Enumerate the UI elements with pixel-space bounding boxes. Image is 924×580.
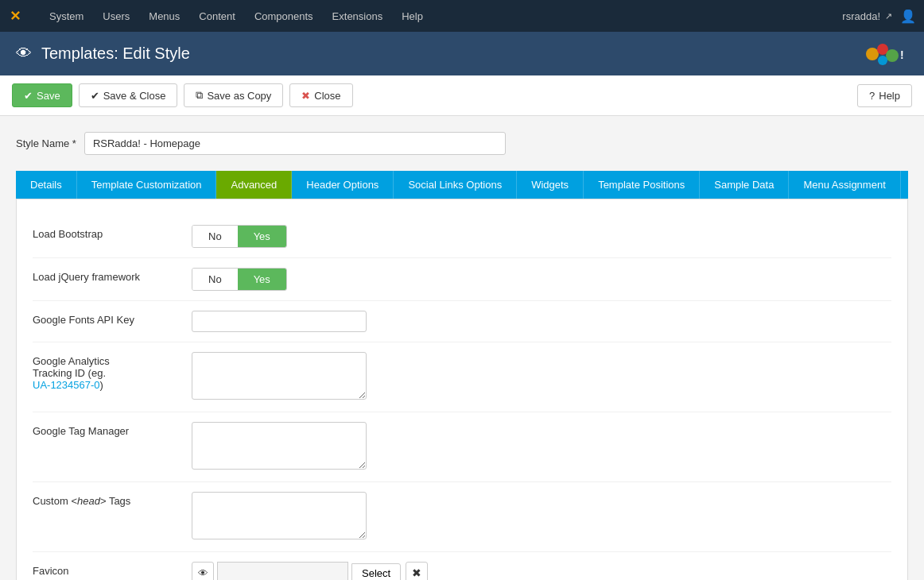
google-tag-manager-label: Google Tag Manager [33,422,192,437]
custom-head-tags-control [192,492,891,542]
favicon-row: Favicon 👁 Select ✖ [33,552,891,580]
google-fonts-control [192,311,891,332]
google-analytics-textarea[interactable] [192,352,367,400]
close-button[interactable]: ✖ Close [289,83,352,107]
topbar-brand: ✕ [8,7,32,25]
help-icon: ? [869,90,875,102]
style-name-label: Style Name * [16,137,76,149]
load-jquery-row: Load jQuery framework No Yes [33,258,891,301]
favicon-clear-button[interactable]: ✖ [406,562,428,580]
style-name-row: Style Name * [16,132,908,155]
custom-head-tags-label: Custom <head> Tags [33,492,192,507]
topbar: ✕ System Users Menus Content Components … [0,0,924,32]
tab-header-options[interactable]: Header Options [292,171,394,199]
check-icon: ✔ [91,90,99,102]
eye-icon: 👁 [16,44,32,63]
svg-point-5 [878,56,887,65]
clear-icon: ✖ [412,566,421,579]
copy-icon: ⧉ [196,89,203,102]
load-jquery-label: Load jQuery framework [33,268,192,283]
topbar-right: rsradda! ↗ 👤 [842,9,916,24]
google-tag-manager-control [192,422,891,472]
favicon-control: 👁 Select ✖ [192,562,891,580]
headerbar-left: 👁 Templates: Edit Style [16,44,190,63]
external-link-icon: ↗ [885,11,892,21]
close-x-icon: ✖ [301,90,310,102]
save-button[interactable]: ✔ Save [12,83,72,107]
nav-components[interactable]: Components [245,0,323,32]
svg-point-4 [886,49,899,62]
load-jquery-yes[interactable]: Yes [238,269,286,290]
svg-text:✕: ✕ [10,9,21,23]
joomla-logo: ! [860,38,908,70]
tab-bar: Details Template Customization Advanced … [16,171,908,199]
topbar-user[interactable]: rsradda! ↗ [842,10,892,22]
load-bootstrap-row: Load Bootstrap No Yes [33,215,891,258]
google-fonts-label: Google Fonts API Key [33,311,192,326]
nav-menus[interactable]: Menus [139,0,189,32]
username-label: rsradda! [842,10,880,22]
tab-menu-assignment[interactable]: Menu Assignment [789,171,900,199]
toolbar-right: ? Help [857,84,912,107]
joomla-logo-svg: ! [860,38,908,70]
svg-text:!: ! [900,48,904,61]
google-fonts-row: Google Fonts API Key [33,301,891,342]
favicon-label: Favicon [33,562,192,577]
tab-advanced[interactable]: Advanced [216,171,292,199]
google-tag-manager-textarea[interactable] [192,422,367,470]
google-analytics-control [192,352,891,402]
google-fonts-input[interactable] [192,311,367,332]
style-name-input[interactable] [84,132,506,155]
help-button[interactable]: ? Help [857,84,912,107]
custom-head-tags-textarea[interactable] [192,492,367,539]
toolbar-left: ✔ Save ✔ Save & Close ⧉ Save as Copy ✖ C… [12,83,353,107]
tab-widgets[interactable]: Widgets [517,171,584,199]
joomla-x-brand-icon: ✕ [8,7,25,25]
google-analytics-label: Google AnalyticsTracking ID (eg.UA-12345… [33,352,192,391]
nav-system[interactable]: System [40,0,93,32]
tab-template-customization[interactable]: Template Customization [77,171,217,199]
custom-head-tags-row: Custom <head> Tags [33,482,891,552]
google-tag-manager-row: Google Tag Manager [33,412,891,482]
form-panel: Load Bootstrap No Yes Load jQuery framew… [16,199,908,580]
tab-template-positions[interactable]: Template Positions [584,171,700,199]
tab-details[interactable]: Details [16,171,77,199]
load-jquery-no[interactable]: No [192,269,238,290]
headerbar: 👁 Templates: Edit Style ! [0,32,924,75]
favicon-select-button[interactable]: Select [351,563,401,581]
save-copy-button[interactable]: ⧉ Save as Copy [184,83,283,107]
eye-preview-icon: 👁 [198,567,208,579]
load-bootstrap-control: No Yes [192,225,891,248]
load-bootstrap-toggle: No Yes [192,225,287,248]
nav-content[interactable]: Content [189,0,245,32]
load-bootstrap-no[interactable]: No [192,226,238,247]
page-title: Templates: Edit Style [41,44,190,63]
load-bootstrap-yes[interactable]: Yes [238,226,286,247]
favicon-preview-button[interactable]: 👁 [192,562,214,580]
svg-point-2 [866,48,879,60]
favicon-path-input[interactable] [217,562,348,580]
nav-help[interactable]: Help [392,0,433,32]
load-jquery-control: No Yes [192,268,891,291]
main-content: Style Name * Details Template Customizat… [0,116,924,580]
tab-sample-data[interactable]: Sample Data [700,171,789,199]
topbar-nav: System Users Menus Content Components Ex… [40,0,842,32]
toolbar: ✔ Save ✔ Save & Close ⧉ Save as Copy ✖ C… [0,75,924,116]
save-close-button[interactable]: ✔ Save & Close [79,83,178,107]
user-icon: 👤 [900,9,916,24]
load-bootstrap-label: Load Bootstrap [33,225,192,240]
load-jquery-toggle: No Yes [192,268,287,291]
nav-extensions[interactable]: Extensions [323,0,393,32]
google-analytics-row: Google AnalyticsTracking ID (eg.UA-12345… [33,342,891,412]
save-icon: ✔ [24,90,33,102]
nav-users[interactable]: Users [93,0,139,32]
tab-social-links-options[interactable]: Social Links Options [394,171,517,199]
favicon-group: 👁 Select ✖ [192,562,891,580]
